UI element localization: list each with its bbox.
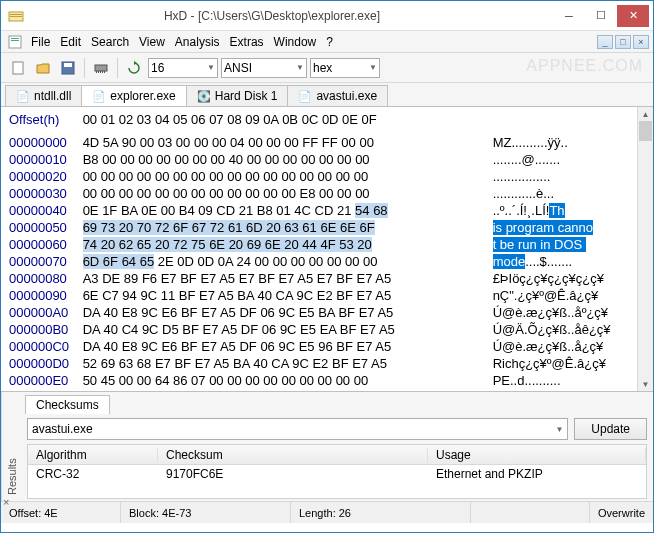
file-icon: 📄 bbox=[298, 89, 312, 103]
refresh-button[interactable] bbox=[123, 57, 145, 79]
tab-label: avastui.exe bbox=[316, 89, 377, 103]
statusbar: Offset: 4E Block: 4E-73 Length: 26 Overw… bbox=[1, 501, 653, 523]
watermark: APPNEE.COM bbox=[526, 57, 643, 75]
mdi-restore-button[interactable]: □ bbox=[615, 35, 631, 49]
bytes-per-row-combo[interactable]: 16▼ bbox=[148, 58, 218, 78]
svg-rect-4 bbox=[11, 38, 19, 39]
toolbar: 16▼ ANSI▼ hex▼ APPNEE.COM bbox=[1, 53, 653, 83]
disk-icon: 💽 bbox=[197, 89, 211, 103]
table-row[interactable]: CRC-32 9170FC6E Ethernet and PKZIP bbox=[28, 465, 646, 483]
status-block: Block: 4E-73 bbox=[121, 502, 291, 523]
hex-editor[interactable]: Offset(h) 00 01 02 03 04 05 06 07 08 09 … bbox=[1, 107, 653, 391]
svg-rect-14 bbox=[104, 71, 105, 73]
svg-rect-5 bbox=[11, 40, 19, 41]
menu-file[interactable]: File bbox=[31, 35, 50, 49]
tab-label: explorer.exe bbox=[110, 89, 175, 103]
scroll-thumb[interactable] bbox=[639, 121, 652, 141]
open-button[interactable] bbox=[32, 57, 54, 79]
tab-avastui[interactable]: 📄avastui.exe bbox=[287, 85, 388, 106]
col-checksum[interactable]: Checksum bbox=[158, 448, 428, 462]
base-combo[interactable]: hex▼ bbox=[310, 58, 380, 78]
results-pane: Results Checksums avastui.exe▼ Update Al… bbox=[1, 391, 653, 501]
checksum-table: Algorithm Checksum Usage CRC-32 9170FC6E… bbox=[27, 444, 647, 499]
save-button[interactable] bbox=[57, 57, 79, 79]
results-side-label[interactable]: Results bbox=[1, 392, 21, 501]
svg-rect-13 bbox=[102, 71, 103, 73]
menu-help[interactable]: ? bbox=[326, 35, 333, 49]
file-select-value: avastui.exe bbox=[32, 422, 93, 436]
tab-label: ntdll.dll bbox=[34, 89, 71, 103]
results-close-icon[interactable]: × bbox=[3, 496, 9, 508]
update-button[interactable]: Update bbox=[574, 418, 647, 440]
new-button[interactable] bbox=[7, 57, 29, 79]
menu-edit[interactable]: Edit bbox=[60, 35, 81, 49]
svg-rect-6 bbox=[13, 62, 23, 74]
svg-rect-8 bbox=[64, 63, 72, 67]
mdi-close-button[interactable]: × bbox=[633, 35, 649, 49]
titlebar: HxD - [C:\Users\G\Desktop\explorer.exe] … bbox=[1, 1, 653, 31]
col-usage[interactable]: Usage bbox=[428, 448, 646, 462]
results-tabs: Checksums bbox=[21, 392, 653, 414]
col-algorithm[interactable]: Algorithm bbox=[28, 448, 158, 462]
file-icon: 📄 bbox=[16, 89, 30, 103]
maximize-button[interactable]: ☐ bbox=[585, 5, 617, 27]
menu-search[interactable]: Search bbox=[91, 35, 129, 49]
charset-combo[interactable]: ANSI▼ bbox=[221, 58, 307, 78]
cell-checksum: 9170FC6E bbox=[158, 467, 428, 481]
scroll-down-arrow[interactable]: ▼ bbox=[638, 377, 653, 391]
tab-explorer[interactable]: 📄explorer.exe bbox=[81, 85, 186, 106]
vertical-scrollbar[interactable]: ▲ ▼ bbox=[637, 107, 653, 391]
svg-rect-12 bbox=[100, 71, 101, 73]
menu-window[interactable]: Window bbox=[274, 35, 317, 49]
svg-rect-10 bbox=[96, 71, 97, 73]
cell-algorithm: CRC-32 bbox=[28, 467, 158, 481]
close-button[interactable]: ✕ bbox=[617, 5, 649, 27]
svg-rect-11 bbox=[98, 71, 99, 73]
base-value: hex bbox=[313, 61, 332, 75]
editor-icon bbox=[7, 33, 25, 51]
tabbar: 📄ntdll.dll 📄explorer.exe 💽Hard Disk 1 📄a… bbox=[1, 83, 653, 107]
charset-value: ANSI bbox=[224, 61, 252, 75]
menu-view[interactable]: View bbox=[139, 35, 165, 49]
tab-label: Hard Disk 1 bbox=[215, 89, 278, 103]
minimize-button[interactable]: ─ bbox=[553, 5, 585, 27]
bytes-per-row-value: 16 bbox=[151, 61, 164, 75]
tab-ntdll[interactable]: 📄ntdll.dll bbox=[5, 85, 82, 106]
scroll-up-arrow[interactable]: ▲ bbox=[638, 107, 653, 121]
menu-analysis[interactable]: Analysis bbox=[175, 35, 220, 49]
status-length: Length: 26 bbox=[291, 502, 471, 523]
checksum-file-select[interactable]: avastui.exe▼ bbox=[27, 418, 568, 440]
svg-rect-9 bbox=[95, 65, 107, 71]
cell-usage: Ethernet and PKZIP bbox=[428, 467, 646, 481]
status-offset: Offset: 4E bbox=[1, 502, 121, 523]
window-title: HxD - [C:\Users\G\Desktop\explorer.exe] bbox=[0, 9, 553, 23]
status-mode: Overwrite bbox=[589, 502, 653, 523]
tab-harddisk[interactable]: 💽Hard Disk 1 bbox=[186, 85, 289, 106]
checksums-tab[interactable]: Checksums bbox=[25, 395, 110, 414]
mdi-minimize-button[interactable]: _ bbox=[597, 35, 613, 49]
menubar: File Edit Search View Analysis Extras Wi… bbox=[1, 31, 653, 53]
svg-rect-3 bbox=[9, 36, 21, 48]
file-icon: 📄 bbox=[92, 89, 106, 103]
ram-button[interactable] bbox=[90, 57, 112, 79]
menu-extras[interactable]: Extras bbox=[230, 35, 264, 49]
